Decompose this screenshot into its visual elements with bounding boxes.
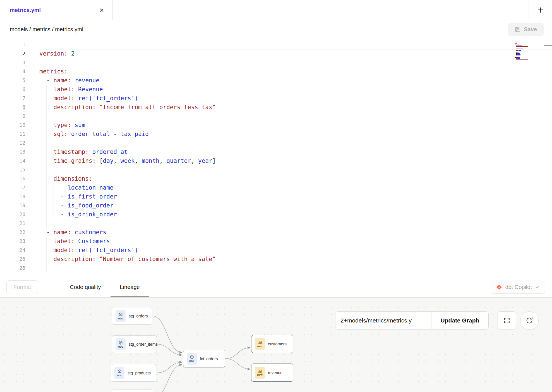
code-line-23[interactable]: 23 label: Customers bbox=[0, 237, 552, 246]
line-number: 8 bbox=[0, 103, 25, 112]
code-line-19[interactable]: 19 - is_food_order bbox=[0, 201, 552, 210]
format-button[interactable]: Format bbox=[6, 280, 38, 294]
code-line-content: - is_first_order bbox=[39, 192, 552, 201]
code-line-content bbox=[39, 165, 552, 174]
line-number: 4 bbox=[0, 67, 25, 76]
line-number: 19 bbox=[0, 201, 25, 210]
tab-metrics-yml[interactable]: metrics.yml ✕ bbox=[0, 0, 113, 20]
line-number: 11 bbox=[0, 130, 25, 138]
line-number: 22 bbox=[0, 228, 25, 237]
line-number: 17 bbox=[0, 183, 25, 192]
line-number: 1 bbox=[0, 40, 25, 49]
line-number: 6 bbox=[0, 85, 25, 94]
line-number: 2 bbox=[0, 49, 25, 58]
line-number: 3 bbox=[0, 58, 25, 67]
dbt-logo-icon bbox=[496, 284, 502, 290]
code-line-17[interactable]: 17 - location_name bbox=[0, 183, 552, 192]
bottom-tabset: Code quality Lineage bbox=[60, 277, 149, 297]
lineage-node-fct_orders[interactable]: MDLfct_orders bbox=[183, 350, 225, 367]
code-line-content bbox=[39, 264, 552, 273]
code-line-24[interactable]: 24 model: ref('fct_orders') bbox=[0, 246, 552, 255]
line-number: 5 bbox=[0, 76, 25, 85]
node-label: fct_orders bbox=[200, 357, 218, 361]
code-line-14[interactable]: 14 time_grains: [day, week, month, quart… bbox=[0, 156, 552, 165]
lineage-selector-input[interactable] bbox=[335, 311, 431, 329]
code-line-content: label: Revenue bbox=[39, 85, 552, 94]
copilot-label: dbt Copilot bbox=[505, 284, 532, 290]
code-line-2[interactable]: 2version: 2 bbox=[0, 49, 552, 58]
code-line-12[interactable]: 12 bbox=[0, 138, 552, 147]
editor-tab-bar: metrics.yml ✕ + bbox=[0, 0, 552, 20]
code-line-13[interactable]: 13 timestamp: ordered_at bbox=[0, 147, 552, 156]
lineage-node-stg_order_items[interactable]: MDLstg_order_items bbox=[112, 335, 157, 353]
code-line-content: dimensions: bbox=[39, 174, 552, 183]
lineage-canvas[interactable]: MDLstg_ordersMDLstg_order_itemsMDLstg_pr… bbox=[0, 298, 552, 392]
bottom-panel-bar: Format Code quality Lineage dbt Copilot bbox=[0, 277, 552, 298]
close-icon[interactable]: ✕ bbox=[99, 7, 104, 13]
code-line-18[interactable]: 18 - is_first_order bbox=[0, 192, 552, 201]
line-number: 26 bbox=[0, 264, 25, 273]
editor-minimap[interactable] bbox=[515, 41, 529, 61]
code-line-content: description: "Number of customers with a… bbox=[39, 255, 552, 264]
code-line-content: - name: customers bbox=[39, 228, 552, 237]
code-line-content bbox=[39, 138, 552, 147]
code-line-4[interactable]: 4metrics: bbox=[0, 67, 552, 76]
code-line-25[interactable]: 25 description: "Number of customers wit… bbox=[0, 255, 552, 264]
code-line-content bbox=[39, 58, 552, 67]
lineage-node-customers[interactable]: METcustomers bbox=[251, 335, 293, 353]
code-line-content: - is_drink_order bbox=[39, 210, 552, 219]
code-editor[interactable]: 12version: 234metrics:5 - name: revenue6… bbox=[0, 39, 552, 277]
plus-icon: + bbox=[537, 5, 543, 15]
code-line-22[interactable]: 22 - name: customers bbox=[0, 228, 552, 237]
code-line-15[interactable]: 15 bbox=[0, 165, 552, 174]
code-line-content: model: ref('fct_orders') bbox=[39, 246, 552, 255]
save-icon bbox=[515, 27, 521, 32]
code-line-16[interactable]: 16 dimensions: bbox=[0, 174, 552, 183]
lineage-node-partial[interactable]: MDL bbox=[112, 389, 153, 392]
code-line-7[interactable]: 7 model: ref('fct_orders') bbox=[0, 94, 552, 103]
code-line-21[interactable]: 21 bbox=[0, 219, 552, 228]
breadcrumb-row: models / metrics / metrics.yml Save bbox=[0, 20, 552, 39]
lineage-node-stg_products[interactable]: MDLstg_products bbox=[111, 364, 157, 382]
model-icon: MDL bbox=[116, 310, 126, 322]
code-line-6[interactable]: 6 label: Revenue bbox=[0, 85, 552, 94]
lineage-controls: Update Graph bbox=[335, 311, 489, 329]
tab-title: metrics.yml bbox=[10, 7, 41, 13]
code-line-9[interactable]: 9 bbox=[0, 112, 552, 121]
code-line-20[interactable]: 20 - is_drink_order bbox=[0, 210, 552, 219]
tab-code-quality[interactable]: Code quality bbox=[60, 277, 110, 297]
code-line-8[interactable]: 8 description: "Income from all orders l… bbox=[0, 103, 552, 112]
editor-lines: 12version: 234metrics:5 - name: revenue6… bbox=[0, 39, 552, 273]
code-line-26[interactable]: 26 bbox=[0, 264, 552, 273]
new-tab-button[interactable]: + bbox=[529, 0, 552, 20]
code-line-content: sql: order_total - tax_paid bbox=[39, 130, 552, 138]
line-number: 10 bbox=[0, 121, 25, 130]
code-line-5[interactable]: 5 - name: revenue bbox=[0, 76, 552, 85]
code-line-1[interactable]: 1 bbox=[0, 40, 552, 49]
scrollbar-thumb[interactable] bbox=[544, 46, 552, 46]
code-line-3[interactable]: 3 bbox=[0, 58, 552, 67]
dbt-copilot-button[interactable]: dbt Copilot bbox=[491, 281, 545, 294]
line-number: 14 bbox=[0, 156, 25, 165]
code-line-content bbox=[39, 219, 552, 228]
chevron-down-icon bbox=[535, 285, 540, 290]
refresh-button[interactable] bbox=[520, 311, 539, 330]
line-number: 23 bbox=[0, 237, 25, 246]
lineage-node-stg_orders[interactable]: MDLstg_orders bbox=[112, 307, 152, 325]
tab-lineage[interactable]: Lineage bbox=[111, 277, 149, 297]
fullscreen-button[interactable] bbox=[498, 311, 516, 329]
line-number: 20 bbox=[0, 210, 25, 219]
update-graph-button[interactable]: Update Graph bbox=[431, 311, 489, 329]
code-line-content: time_grains: [day, week, month, quarter,… bbox=[39, 156, 552, 165]
line-number: 25 bbox=[0, 255, 25, 264]
lineage-node-revenue[interactable]: METrevenue bbox=[251, 364, 293, 382]
save-label: Save bbox=[524, 26, 537, 33]
metric-icon: MET bbox=[255, 367, 265, 379]
line-number: 7 bbox=[0, 94, 25, 103]
node-label: customers bbox=[268, 342, 287, 346]
save-button[interactable]: Save bbox=[508, 23, 544, 36]
refresh-icon bbox=[526, 317, 533, 324]
code-line-10[interactable]: 10 type: sum bbox=[0, 121, 552, 130]
code-line-content: metrics: bbox=[39, 67, 552, 76]
code-line-11[interactable]: 11 sql: order_total - tax_paid bbox=[0, 130, 552, 138]
